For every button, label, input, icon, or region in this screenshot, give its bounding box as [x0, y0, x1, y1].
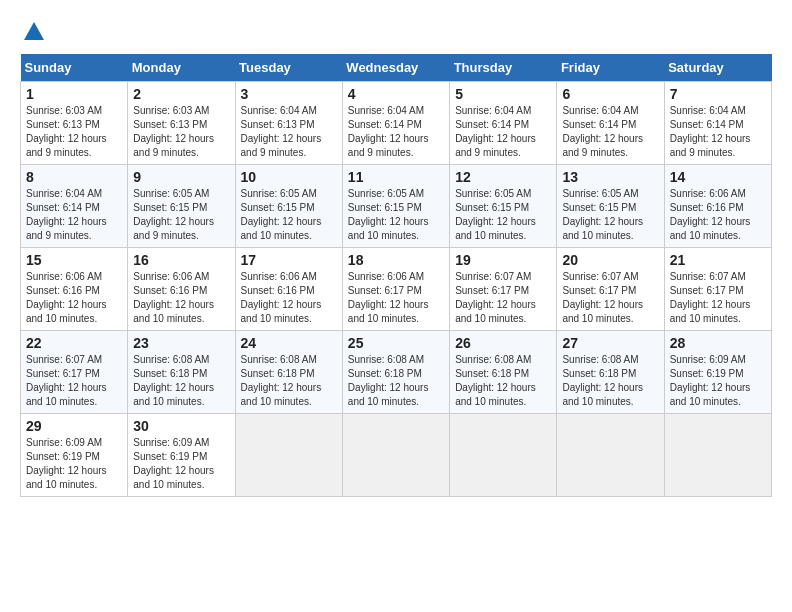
day-number: 29 [26, 418, 122, 434]
weekday-header: Wednesday [342, 54, 449, 82]
day-info: Sunrise: 6:04 AMSunset: 6:14 PMDaylight:… [26, 187, 122, 243]
day-info: Sunrise: 6:07 AMSunset: 6:17 PMDaylight:… [562, 270, 658, 326]
day-info: Sunrise: 6:05 AMSunset: 6:15 PMDaylight:… [133, 187, 229, 243]
day-info: Sunrise: 6:09 AMSunset: 6:19 PMDaylight:… [133, 436, 229, 492]
weekday-header: Tuesday [235, 54, 342, 82]
day-info: Sunrise: 6:07 AMSunset: 6:17 PMDaylight:… [26, 353, 122, 409]
calendar-cell: 16Sunrise: 6:06 AMSunset: 6:16 PMDayligh… [128, 248, 235, 331]
calendar-cell: 25Sunrise: 6:08 AMSunset: 6:18 PMDayligh… [342, 331, 449, 414]
calendar-cell: 29Sunrise: 6:09 AMSunset: 6:19 PMDayligh… [21, 414, 128, 497]
calendar-cell [557, 414, 664, 497]
calendar-cell: 19Sunrise: 6:07 AMSunset: 6:17 PMDayligh… [450, 248, 557, 331]
weekday-header: Monday [128, 54, 235, 82]
day-number: 26 [455, 335, 551, 351]
day-number: 11 [348, 169, 444, 185]
weekday-header: Saturday [664, 54, 771, 82]
day-info: Sunrise: 6:07 AMSunset: 6:17 PMDaylight:… [670, 270, 766, 326]
day-number: 10 [241, 169, 337, 185]
calendar-week-row: 8Sunrise: 6:04 AMSunset: 6:14 PMDaylight… [21, 165, 772, 248]
calendar-cell: 8Sunrise: 6:04 AMSunset: 6:14 PMDaylight… [21, 165, 128, 248]
day-number: 16 [133, 252, 229, 268]
day-info: Sunrise: 6:08 AMSunset: 6:18 PMDaylight:… [241, 353, 337, 409]
day-info: Sunrise: 6:06 AMSunset: 6:16 PMDaylight:… [26, 270, 122, 326]
day-info: Sunrise: 6:05 AMSunset: 6:15 PMDaylight:… [562, 187, 658, 243]
day-info: Sunrise: 6:03 AMSunset: 6:13 PMDaylight:… [26, 104, 122, 160]
calendar-cell: 4Sunrise: 6:04 AMSunset: 6:14 PMDaylight… [342, 82, 449, 165]
day-number: 23 [133, 335, 229, 351]
calendar-cell: 22Sunrise: 6:07 AMSunset: 6:17 PMDayligh… [21, 331, 128, 414]
weekday-header: Friday [557, 54, 664, 82]
day-number: 12 [455, 169, 551, 185]
day-number: 15 [26, 252, 122, 268]
day-info: Sunrise: 6:06 AMSunset: 6:16 PMDaylight:… [133, 270, 229, 326]
day-number: 14 [670, 169, 766, 185]
day-number: 7 [670, 86, 766, 102]
day-info: Sunrise: 6:06 AMSunset: 6:16 PMDaylight:… [241, 270, 337, 326]
calendar-cell: 28Sunrise: 6:09 AMSunset: 6:19 PMDayligh… [664, 331, 771, 414]
calendar-cell: 10Sunrise: 6:05 AMSunset: 6:15 PMDayligh… [235, 165, 342, 248]
calendar-week-row: 29Sunrise: 6:09 AMSunset: 6:19 PMDayligh… [21, 414, 772, 497]
day-info: Sunrise: 6:07 AMSunset: 6:17 PMDaylight:… [455, 270, 551, 326]
calendar-cell: 26Sunrise: 6:08 AMSunset: 6:18 PMDayligh… [450, 331, 557, 414]
day-info: Sunrise: 6:04 AMSunset: 6:14 PMDaylight:… [348, 104, 444, 160]
calendar-cell [450, 414, 557, 497]
weekday-header: Sunday [21, 54, 128, 82]
day-number: 1 [26, 86, 122, 102]
calendar-cell: 30Sunrise: 6:09 AMSunset: 6:19 PMDayligh… [128, 414, 235, 497]
calendar-cell: 20Sunrise: 6:07 AMSunset: 6:17 PMDayligh… [557, 248, 664, 331]
day-number: 24 [241, 335, 337, 351]
day-number: 21 [670, 252, 766, 268]
day-number: 22 [26, 335, 122, 351]
day-number: 5 [455, 86, 551, 102]
calendar-cell: 9Sunrise: 6:05 AMSunset: 6:15 PMDaylight… [128, 165, 235, 248]
calendar-cell: 5Sunrise: 6:04 AMSunset: 6:14 PMDaylight… [450, 82, 557, 165]
day-info: Sunrise: 6:08 AMSunset: 6:18 PMDaylight:… [455, 353, 551, 409]
day-number: 19 [455, 252, 551, 268]
calendar-cell: 6Sunrise: 6:04 AMSunset: 6:14 PMDaylight… [557, 82, 664, 165]
day-number: 3 [241, 86, 337, 102]
day-info: Sunrise: 6:09 AMSunset: 6:19 PMDaylight:… [670, 353, 766, 409]
calendar-cell: 2Sunrise: 6:03 AMSunset: 6:13 PMDaylight… [128, 82, 235, 165]
calendar-cell: 15Sunrise: 6:06 AMSunset: 6:16 PMDayligh… [21, 248, 128, 331]
calendar-cell: 14Sunrise: 6:06 AMSunset: 6:16 PMDayligh… [664, 165, 771, 248]
day-info: Sunrise: 6:04 AMSunset: 6:14 PMDaylight:… [562, 104, 658, 160]
day-info: Sunrise: 6:06 AMSunset: 6:17 PMDaylight:… [348, 270, 444, 326]
logo-icon [22, 20, 46, 44]
day-number: 17 [241, 252, 337, 268]
calendar-cell [342, 414, 449, 497]
day-number: 13 [562, 169, 658, 185]
calendar-cell: 1Sunrise: 6:03 AMSunset: 6:13 PMDaylight… [21, 82, 128, 165]
day-number: 30 [133, 418, 229, 434]
page-header [20, 20, 772, 44]
day-number: 2 [133, 86, 229, 102]
day-info: Sunrise: 6:05 AMSunset: 6:15 PMDaylight:… [241, 187, 337, 243]
day-info: Sunrise: 6:04 AMSunset: 6:13 PMDaylight:… [241, 104, 337, 160]
calendar-week-row: 1Sunrise: 6:03 AMSunset: 6:13 PMDaylight… [21, 82, 772, 165]
calendar-cell [235, 414, 342, 497]
logo [20, 20, 46, 44]
calendar-cell: 21Sunrise: 6:07 AMSunset: 6:17 PMDayligh… [664, 248, 771, 331]
day-number: 20 [562, 252, 658, 268]
day-info: Sunrise: 6:09 AMSunset: 6:19 PMDaylight:… [26, 436, 122, 492]
day-number: 6 [562, 86, 658, 102]
day-info: Sunrise: 6:05 AMSunset: 6:15 PMDaylight:… [348, 187, 444, 243]
day-number: 8 [26, 169, 122, 185]
weekday-header: Thursday [450, 54, 557, 82]
calendar-cell [664, 414, 771, 497]
day-info: Sunrise: 6:06 AMSunset: 6:16 PMDaylight:… [670, 187, 766, 243]
day-number: 18 [348, 252, 444, 268]
day-info: Sunrise: 6:04 AMSunset: 6:14 PMDaylight:… [670, 104, 766, 160]
calendar-header-row: SundayMondayTuesdayWednesdayThursdayFrid… [21, 54, 772, 82]
calendar-cell: 24Sunrise: 6:08 AMSunset: 6:18 PMDayligh… [235, 331, 342, 414]
day-info: Sunrise: 6:04 AMSunset: 6:14 PMDaylight:… [455, 104, 551, 160]
day-number: 25 [348, 335, 444, 351]
calendar-week-row: 15Sunrise: 6:06 AMSunset: 6:16 PMDayligh… [21, 248, 772, 331]
calendar-cell: 17Sunrise: 6:06 AMSunset: 6:16 PMDayligh… [235, 248, 342, 331]
day-number: 9 [133, 169, 229, 185]
calendar-cell: 27Sunrise: 6:08 AMSunset: 6:18 PMDayligh… [557, 331, 664, 414]
calendar-cell: 13Sunrise: 6:05 AMSunset: 6:15 PMDayligh… [557, 165, 664, 248]
day-number: 27 [562, 335, 658, 351]
day-info: Sunrise: 6:08 AMSunset: 6:18 PMDaylight:… [133, 353, 229, 409]
calendar-cell: 3Sunrise: 6:04 AMSunset: 6:13 PMDaylight… [235, 82, 342, 165]
calendar-table: SundayMondayTuesdayWednesdayThursdayFrid… [20, 54, 772, 497]
